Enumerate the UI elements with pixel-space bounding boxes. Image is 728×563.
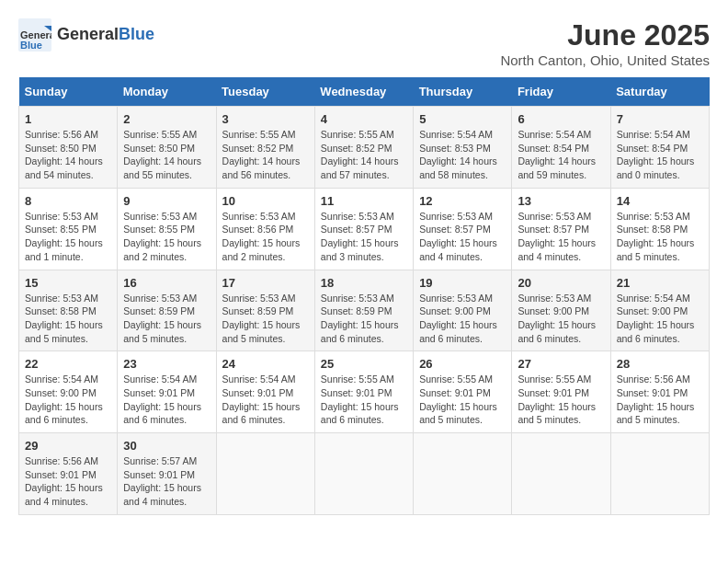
day-25: 25 Sunrise: 5:55 AMSunset: 9:01 PMDaylig… xyxy=(314,351,413,433)
day-info: Sunrise: 5:55 AMSunset: 9:01 PMDaylight:… xyxy=(518,373,604,427)
day-info: Sunrise: 5:53 AMSunset: 8:57 PMDaylight:… xyxy=(518,210,604,264)
day-number: 8 xyxy=(25,194,111,208)
day-15: 15 Sunrise: 5:53 AMSunset: 8:58 PMDaylig… xyxy=(19,270,118,351)
header-sunday: Sunday xyxy=(19,77,118,107)
day-number: 20 xyxy=(518,276,604,290)
day-number: 7 xyxy=(617,112,703,126)
day-number: 19 xyxy=(419,276,506,290)
header-tuesday: Tuesday xyxy=(216,77,314,107)
day-number: 3 xyxy=(222,112,309,126)
day-7: 7 Sunrise: 5:54 AMSunset: 8:54 PMDayligh… xyxy=(610,107,709,189)
subtitle: North Canton, Ohio, United States xyxy=(500,52,710,68)
header-monday: Monday xyxy=(118,77,216,107)
day-info: Sunrise: 5:54 AMSunset: 9:00 PMDaylight:… xyxy=(25,373,111,427)
day-12: 12 Sunrise: 5:53 AMSunset: 8:57 PMDaylig… xyxy=(414,188,512,270)
day-info: Sunrise: 5:53 AMSunset: 8:58 PMDaylight:… xyxy=(617,210,703,264)
day-info: Sunrise: 5:53 AMSunset: 8:58 PMDaylight:… xyxy=(25,292,111,346)
day-info: Sunrise: 5:55 AMSunset: 9:01 PMDaylight:… xyxy=(419,373,506,427)
day-19: 19 Sunrise: 5:53 AMSunset: 9:00 PMDaylig… xyxy=(414,270,512,351)
day-number: 17 xyxy=(222,276,309,290)
day-info: Sunrise: 5:53 AMSunset: 9:00 PMDaylight:… xyxy=(518,292,604,346)
day-info: Sunrise: 5:56 AMSunset: 9:01 PMDaylight:… xyxy=(25,454,111,509)
calendar-week-4: 22 Sunrise: 5:54 AMSunset: 9:00 PMDaylig… xyxy=(19,351,710,433)
empty-cell xyxy=(512,433,610,515)
day-number: 30 xyxy=(123,439,210,453)
day-info: Sunrise: 5:54 AMSunset: 9:00 PMDaylight:… xyxy=(617,292,703,346)
day-1: 1 Sunrise: 5:56 AMSunset: 8:50 PMDayligh… xyxy=(19,107,118,189)
day-24: 24 Sunrise: 5:54 AMSunset: 9:01 PMDaylig… xyxy=(216,351,314,433)
day-14: 14 Sunrise: 5:53 AMSunset: 8:58 PMDaylig… xyxy=(610,188,709,270)
day-number: 16 xyxy=(123,276,210,290)
day-info: Sunrise: 5:55 AMSunset: 8:52 PMDaylight:… xyxy=(321,128,407,182)
calendar-week-1: 1 Sunrise: 5:56 AMSunset: 8:50 PMDayligh… xyxy=(19,107,710,189)
calendar-week-2: 8 Sunrise: 5:53 AMSunset: 8:55 PMDayligh… xyxy=(19,188,710,270)
day-info: Sunrise: 5:54 AMSunset: 8:54 PMDaylight:… xyxy=(518,128,604,182)
day-number: 1 xyxy=(25,112,111,126)
day-20: 20 Sunrise: 5:53 AMSunset: 9:00 PMDaylig… xyxy=(512,270,610,351)
day-number: 6 xyxy=(518,112,604,126)
day-info: Sunrise: 5:55 AMSunset: 8:52 PMDaylight:… xyxy=(222,128,309,182)
calendar-week-3: 15 Sunrise: 5:53 AMSunset: 8:58 PMDaylig… xyxy=(19,270,710,351)
day-number: 22 xyxy=(25,357,111,371)
day-number: 28 xyxy=(617,357,703,371)
day-13: 13 Sunrise: 5:53 AMSunset: 8:57 PMDaylig… xyxy=(512,188,610,270)
day-17: 17 Sunrise: 5:53 AMSunset: 8:59 PMDaylig… xyxy=(216,270,314,351)
day-info: Sunrise: 5:54 AMSunset: 8:53 PMDaylight:… xyxy=(419,128,506,182)
weekday-header-row: Sunday Monday Tuesday Wednesday Thursday… xyxy=(19,77,710,107)
day-29: 29 Sunrise: 5:56 AMSunset: 9:01 PMDaylig… xyxy=(19,433,118,515)
day-16: 16 Sunrise: 5:53 AMSunset: 8:59 PMDaylig… xyxy=(118,270,216,351)
day-info: Sunrise: 5:53 AMSunset: 9:00 PMDaylight:… xyxy=(419,292,506,346)
day-9: 9 Sunrise: 5:53 AMSunset: 8:55 PMDayligh… xyxy=(118,188,216,270)
day-info: Sunrise: 5:54 AMSunset: 8:54 PMDaylight:… xyxy=(617,128,703,182)
day-info: Sunrise: 5:54 AMSunset: 9:01 PMDaylight:… xyxy=(222,373,309,427)
day-number: 27 xyxy=(518,357,604,371)
header-friday: Friday xyxy=(512,77,610,107)
day-6: 6 Sunrise: 5:54 AMSunset: 8:54 PMDayligh… xyxy=(512,107,610,189)
day-info: Sunrise: 5:53 AMSunset: 8:59 PMDaylight:… xyxy=(123,292,210,346)
day-10: 10 Sunrise: 5:53 AMSunset: 8:56 PMDaylig… xyxy=(216,188,314,270)
day-28: 28 Sunrise: 5:56 AMSunset: 9:01 PMDaylig… xyxy=(610,351,709,433)
day-info: Sunrise: 5:53 AMSunset: 8:59 PMDaylight:… xyxy=(222,292,309,346)
day-number: 18 xyxy=(321,276,407,290)
day-2: 2 Sunrise: 5:55 AMSunset: 8:50 PMDayligh… xyxy=(118,107,216,189)
day-info: Sunrise: 5:53 AMSunset: 8:55 PMDaylight:… xyxy=(123,210,210,264)
day-27: 27 Sunrise: 5:55 AMSunset: 9:01 PMDaylig… xyxy=(512,351,610,433)
svg-text:Blue: Blue xyxy=(20,40,42,51)
day-number: 21 xyxy=(617,276,703,290)
header-thursday: Thursday xyxy=(414,77,512,107)
title-area: June 2025 North Canton, Ohio, United Sta… xyxy=(500,18,710,68)
day-11: 11 Sunrise: 5:53 AMSunset: 8:57 PMDaylig… xyxy=(314,188,413,270)
day-23: 23 Sunrise: 5:54 AMSunset: 9:01 PMDaylig… xyxy=(118,351,216,433)
day-number: 14 xyxy=(617,194,703,208)
empty-cell xyxy=(610,433,709,515)
day-number: 25 xyxy=(321,357,407,371)
day-3: 3 Sunrise: 5:55 AMSunset: 8:52 PMDayligh… xyxy=(216,107,314,189)
day-4: 4 Sunrise: 5:55 AMSunset: 8:52 PMDayligh… xyxy=(314,107,413,189)
day-info: Sunrise: 5:53 AMSunset: 8:59 PMDaylight:… xyxy=(321,292,407,346)
day-number: 2 xyxy=(123,112,210,126)
day-26: 26 Sunrise: 5:55 AMSunset: 9:01 PMDaylig… xyxy=(414,351,512,433)
calendar-table: Sunday Monday Tuesday Wednesday Thursday… xyxy=(18,77,710,515)
day-5: 5 Sunrise: 5:54 AMSunset: 8:53 PMDayligh… xyxy=(414,107,512,189)
day-info: Sunrise: 5:56 AMSunset: 8:50 PMDaylight:… xyxy=(25,128,111,182)
empty-cell xyxy=(314,433,413,515)
day-number: 23 xyxy=(123,357,210,371)
day-number: 10 xyxy=(222,194,309,208)
day-number: 13 xyxy=(518,194,604,208)
day-number: 4 xyxy=(321,112,407,126)
day-info: Sunrise: 5:54 AMSunset: 9:01 PMDaylight:… xyxy=(123,373,210,427)
day-number: 11 xyxy=(321,194,407,208)
day-info: Sunrise: 5:55 AMSunset: 9:01 PMDaylight:… xyxy=(321,373,407,427)
day-info: Sunrise: 5:57 AMSunset: 9:01 PMDaylight:… xyxy=(123,454,210,509)
day-info: Sunrise: 5:55 AMSunset: 8:50 PMDaylight:… xyxy=(123,128,210,182)
day-info: Sunrise: 5:56 AMSunset: 9:01 PMDaylight:… xyxy=(617,373,703,427)
day-30: 30 Sunrise: 5:57 AMSunset: 9:01 PMDaylig… xyxy=(118,433,216,515)
calendar-week-5: 29 Sunrise: 5:56 AMSunset: 9:01 PMDaylig… xyxy=(19,433,710,515)
day-info: Sunrise: 5:53 AMSunset: 8:55 PMDaylight:… xyxy=(25,210,111,264)
day-number: 5 xyxy=(419,112,506,126)
header-saturday: Saturday xyxy=(610,77,709,107)
page-header: General Blue GeneralBlue June 2025 North… xyxy=(18,18,710,68)
main-title: June 2025 xyxy=(500,18,710,52)
logo: General Blue GeneralBlue xyxy=(18,18,154,52)
day-info: Sunrise: 5:53 AMSunset: 8:57 PMDaylight:… xyxy=(321,210,407,264)
